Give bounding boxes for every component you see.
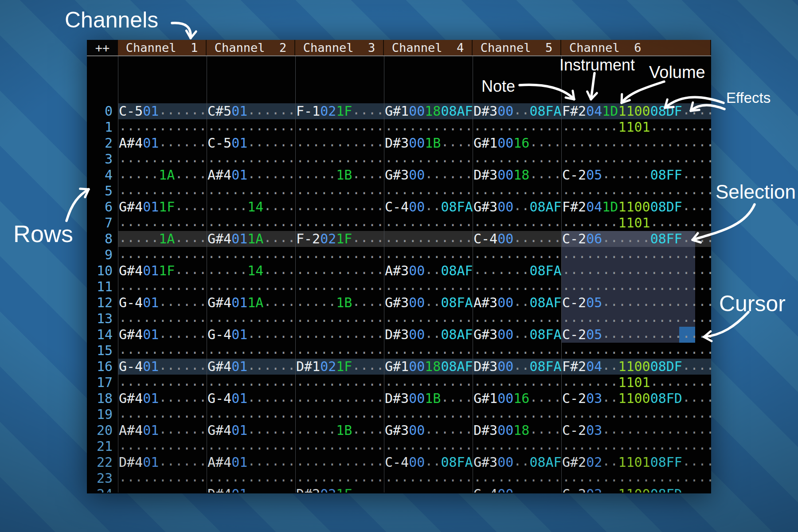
pattern-cell-ch6-row5[interactable]: ................... bbox=[561, 183, 711, 199]
pattern-cell-ch2-row1[interactable]: ........... bbox=[207, 119, 295, 135]
pattern-cell-ch4-row14[interactable]: D#300..08AF bbox=[384, 327, 473, 343]
pattern-cell-ch5-row8[interactable]: C-400...... bbox=[473, 231, 561, 247]
pattern-cell-ch1-row14[interactable]: G#401...... bbox=[118, 327, 207, 343]
pattern-cell-ch5-row6[interactable]: G#300..08AF bbox=[473, 199, 561, 215]
pattern-cell-ch6-row16[interactable]: F#204..110008DF.... bbox=[561, 359, 711, 375]
pattern-cell-ch1-row9[interactable]: ........... bbox=[118, 247, 207, 263]
channel-header-6[interactable]: Channel 6 bbox=[561, 40, 711, 55]
pattern-cell-ch2-row23[interactable]: ........... bbox=[207, 470, 295, 486]
pattern-cell-ch5-row11[interactable]: ........... bbox=[473, 279, 561, 295]
pattern-cell-ch6-row10[interactable]: ................... bbox=[561, 263, 711, 279]
pattern-cell-ch1-row10[interactable]: G#4011F.... bbox=[118, 263, 207, 279]
pattern-cell-ch3-row17[interactable]: ........... bbox=[295, 375, 384, 391]
pattern-cell-ch5-row10[interactable]: .......08FA bbox=[473, 263, 561, 279]
pattern-cell-ch6-row0[interactable]: F#2041D110008DF.... bbox=[561, 103, 711, 119]
pattern-cell-ch1-row20[interactable]: A#401...... bbox=[118, 422, 207, 438]
pattern-cell-ch4-row5[interactable]: ........... bbox=[384, 183, 473, 199]
pattern-cell-ch3-row7[interactable]: ........... bbox=[295, 215, 384, 231]
pattern-cell-ch2-row15[interactable]: ........... bbox=[207, 343, 295, 359]
pattern-cell-ch6-row3[interactable]: ................... bbox=[561, 151, 711, 167]
pattern-cell-ch1-row16[interactable]: G-401...... bbox=[118, 359, 207, 375]
pattern-cell-ch2-row22[interactable]: A#401...... bbox=[207, 454, 295, 470]
pattern-cell-ch2-row4[interactable]: A#401...... bbox=[207, 167, 295, 183]
pattern-cell-ch3-row15[interactable]: ........... bbox=[295, 343, 384, 359]
pattern-cell-ch4-row2[interactable]: D#3001B.... bbox=[384, 135, 473, 151]
pattern-cell-ch1-row13[interactable]: ........... bbox=[118, 311, 207, 327]
pattern-cell-ch6-row12[interactable]: C-205.............. bbox=[561, 295, 711, 311]
pattern-cell-ch3-row1[interactable]: ........... bbox=[295, 119, 384, 135]
pattern-cell-ch4-row8[interactable]: ........... bbox=[384, 231, 473, 247]
channel-add-button[interactable]: ++ bbox=[87, 40, 118, 55]
pattern-cell-ch4-row24[interactable]: ........... bbox=[384, 486, 473, 493]
pattern-cell-ch5-row23[interactable]: ........... bbox=[473, 470, 561, 486]
pattern-cell-ch2-row12[interactable]: G#4011A.... bbox=[207, 295, 295, 311]
pattern-cell-ch1-row17[interactable]: ........... bbox=[118, 375, 207, 391]
pattern-cell-ch5-row19[interactable]: ........... bbox=[473, 407, 561, 422]
pattern-cell-ch4-row18[interactable]: D#3001B.... bbox=[384, 391, 473, 407]
pattern-cell-ch5-row21[interactable]: ........... bbox=[473, 438, 561, 454]
pattern-cell-ch5-row1[interactable]: ........... bbox=[473, 119, 561, 135]
pattern-cell-ch2-row6[interactable]: .....14.... bbox=[207, 199, 295, 215]
pattern-cell-ch1-row12[interactable]: G-401...... bbox=[118, 295, 207, 311]
pattern-cell-ch2-row13[interactable]: ........... bbox=[207, 311, 295, 327]
pattern-cell-ch4-row21[interactable]: ........... bbox=[384, 438, 473, 454]
pattern-cell-ch4-row3[interactable]: ........... bbox=[384, 151, 473, 167]
pattern-cell-ch6-row24[interactable]: C-202..110008FD.... bbox=[561, 486, 711, 493]
pattern-cell-ch3-row8[interactable]: F-2021F.... bbox=[295, 231, 384, 247]
pattern-cell-ch4-row22[interactable]: C-400..08FA bbox=[384, 454, 473, 470]
pattern-cell-ch4-row10[interactable]: A#300..08AF bbox=[384, 263, 473, 279]
pattern-cell-ch1-row2[interactable]: A#401...... bbox=[118, 135, 207, 151]
pattern-cell-ch5-row5[interactable]: ........... bbox=[473, 183, 561, 199]
pattern-cell-ch3-row6[interactable]: ........... bbox=[295, 199, 384, 215]
pattern-cell-ch3-row23[interactable]: ........... bbox=[295, 470, 384, 486]
pattern-cell-ch6-row19[interactable]: ................... bbox=[561, 407, 711, 422]
pattern-cell-ch5-row0[interactable]: D#300..08FA bbox=[473, 103, 561, 119]
channel-header-4[interactable]: Channel 4 bbox=[384, 40, 473, 55]
pattern-cell-ch2-row17[interactable]: ........... bbox=[207, 375, 295, 391]
pattern-cell-ch4-row20[interactable]: G#300...... bbox=[384, 422, 473, 438]
pattern-cell-ch4-row17[interactable]: ........... bbox=[384, 375, 473, 391]
pattern-cell-ch3-row4[interactable]: .....1B.... bbox=[295, 167, 384, 183]
pattern-cell-ch3-row22[interactable]: ........... bbox=[295, 454, 384, 470]
pattern-cell-ch5-row15[interactable]: ........... bbox=[473, 343, 561, 359]
pattern-cell-ch3-row21[interactable]: ........... bbox=[295, 438, 384, 454]
pattern-cell-ch6-row8[interactable]: C-206......08FF.... bbox=[561, 231, 711, 247]
pattern-cell-ch1-row19[interactable]: ........... bbox=[118, 407, 207, 422]
pattern-cell-ch2-row18[interactable]: G-401...... bbox=[207, 391, 295, 407]
pattern-cell-ch1-row0[interactable]: C-501...... bbox=[118, 103, 207, 119]
pattern-cell-ch2-row16[interactable]: G#401...... bbox=[207, 359, 295, 375]
channel-header-3[interactable]: Channel 3 bbox=[295, 40, 384, 55]
pattern-cell-ch6-row15[interactable]: ................... bbox=[561, 343, 711, 359]
pattern-cell-ch4-row19[interactable]: ........... bbox=[384, 407, 473, 422]
pattern-cell-ch2-row11[interactable]: ........... bbox=[207, 279, 295, 295]
pattern-cell-ch5-row20[interactable]: D#30018.... bbox=[473, 422, 561, 438]
pattern-cell-ch5-row13[interactable]: ........... bbox=[473, 311, 561, 327]
pattern-cell-ch1-row21[interactable]: ........... bbox=[118, 438, 207, 454]
pattern-cell-ch3-row16[interactable]: D#1021F.... bbox=[295, 359, 384, 375]
pattern-cell-ch1-row22[interactable]: D#401...... bbox=[118, 454, 207, 470]
pattern-cell-ch3-row5[interactable]: ........... bbox=[295, 183, 384, 199]
pattern-cell-ch2-row20[interactable]: G#401...... bbox=[207, 422, 295, 438]
pattern-cell-ch3-row14[interactable]: ........... bbox=[295, 327, 384, 343]
pattern-cell-ch6-row22[interactable]: G#202..110108FF.... bbox=[561, 454, 711, 470]
pattern-cell-ch2-row24[interactable]: D#401...... bbox=[207, 486, 295, 493]
pattern-cell-ch4-row12[interactable]: G#300..08FA bbox=[384, 295, 473, 311]
pattern-cell-ch2-row10[interactable]: .....14.... bbox=[207, 263, 295, 279]
pattern-cell-ch1-row8[interactable]: .....1A.... bbox=[118, 231, 207, 247]
pattern-cell-ch3-row12[interactable]: .....1B.... bbox=[295, 295, 384, 311]
pattern-cell-ch5-row9[interactable]: ........... bbox=[473, 247, 561, 263]
pattern-cell-ch2-row21[interactable]: ........... bbox=[207, 438, 295, 454]
pattern-cell-ch5-row22[interactable]: G#300..08AF bbox=[473, 454, 561, 470]
pattern-cell-ch1-row6[interactable]: G#4011F.... bbox=[118, 199, 207, 215]
channel-header-1[interactable]: Channel 1 bbox=[118, 40, 207, 55]
pattern-cell-ch1-row1[interactable]: ........... bbox=[118, 119, 207, 135]
pattern-cell-ch3-row19[interactable]: ........... bbox=[295, 407, 384, 422]
pattern-cell-ch5-row16[interactable]: D#300..08FA bbox=[473, 359, 561, 375]
pattern-cell-ch2-row7[interactable]: ........... bbox=[207, 215, 295, 231]
pattern-cell-ch4-row6[interactable]: C-400..08FA bbox=[384, 199, 473, 215]
pattern-cell-ch6-row21[interactable]: ................... bbox=[561, 438, 711, 454]
pattern-cell-ch6-row4[interactable]: C-205......08FF.... bbox=[561, 167, 711, 183]
pattern-cell-ch5-row7[interactable]: ........... bbox=[473, 215, 561, 231]
pattern-cell-ch4-row15[interactable]: ........... bbox=[384, 343, 473, 359]
pattern-cell-ch5-row14[interactable]: G#300..08FA bbox=[473, 327, 561, 343]
